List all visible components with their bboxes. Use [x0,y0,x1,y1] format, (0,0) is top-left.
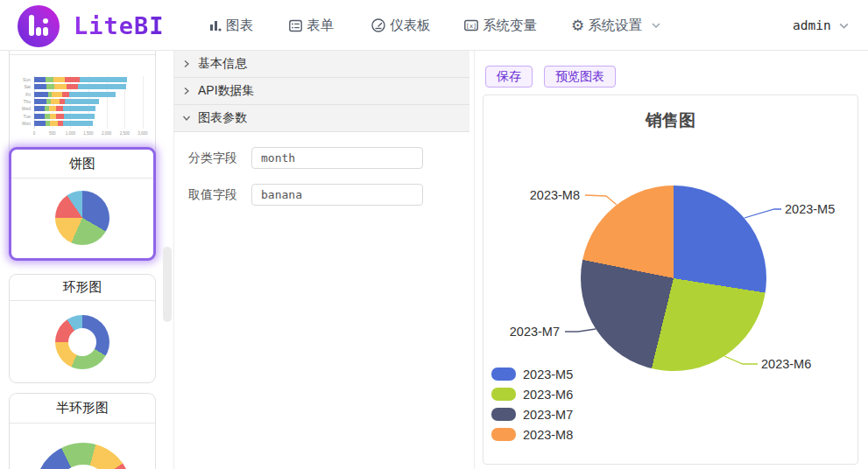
sidebar-scrollbar[interactable] [163,247,172,322]
pie-slice-label: 2023-M6 [761,357,811,371]
chevron-down-icon [182,114,191,122]
legend-swatch [491,368,516,381]
chart-type-sidebar: 05001,0001,5002,0002,5003,000SunSatFriTh… [0,51,174,469]
thumb-category-label: Mon [11,121,31,126]
logo-bar [29,15,34,36]
thumb-category-label: Sun [11,77,31,82]
category-field-input[interactable] [251,147,423,169]
app-logo-icon [18,5,60,47]
accordion-api-dataset[interactable]: API数据集 [174,78,469,105]
thumb-stacked-bar [34,84,126,89]
nav-label: 系统设置 [588,17,642,35]
thumb-bar-segment [49,106,56,111]
gear-icon: ⚙ [571,18,584,33]
logo-bar [43,27,48,36]
thumb-bar-segment [78,84,126,89]
connector-m8 [585,195,617,205]
legend-swatch [491,408,516,421]
field-row-category: 分类字段 [188,147,474,169]
chevron-down-icon [651,20,661,31]
field-label: 分类字段 [188,150,243,166]
thumb-bar-segment [50,121,58,126]
donut-thumbnail [55,315,109,369]
save-button[interactable]: 保存 [485,66,533,88]
sales-pie-chart[interactable] [581,186,766,371]
preview-chart-button[interactable]: 预览图表 [544,66,616,88]
nav-label: 系统变量 [483,17,537,35]
thumb-category-label: Wed [11,106,31,111]
nav-charts[interactable]: 图表 [208,0,253,51]
nav-label: 仪表板 [390,17,431,35]
variable-icon: [x] [463,18,479,33]
thumb-bar-segment [62,92,69,97]
app-window: LiteBI 图表 表单 仪表板 [0,0,868,469]
chart-preview-card: 销售图 2023-M5 2023-M6 2023-M7 2023-M8 2023… [483,94,858,465]
thumb-gridline [143,76,144,129]
thumb-bar-segment [34,84,46,89]
chart-type-card-half-donut[interactable]: 半环形图 [9,393,156,469]
nav-forms[interactable]: 表单 [288,0,334,51]
top-navbar: LiteBI 图表 表单 仪表板 [0,0,868,51]
nav-system-settings[interactable]: ⚙ 系统设置 [571,0,661,51]
preview-panel: 保存 预览图表 销售图 2023-M5 2023-M6 2023-M7 2023… [475,51,868,469]
thumb-stacked-bar [34,114,95,119]
thumb-category-label: Thu [11,99,31,104]
connector-m5 [745,209,781,218]
chevron-down-icon [838,20,850,32]
half-donut-thumbnail [35,443,131,469]
thumb-bar-segment [80,77,128,82]
connector-m6 [724,356,758,364]
thumb-bar-segment [50,114,57,119]
thumb-category-label: Tue [11,114,31,119]
thumb-bar-segment [54,84,67,89]
thumb-bar-segment [56,106,63,111]
thumb-bar-segment [63,121,93,126]
dashboard-gauge-icon [370,18,386,33]
pie-slice-label: 2023-M5 [785,202,835,216]
legend-item[interactable]: 2023-M8 [491,428,573,441]
nav-label: 表单 [307,17,334,35]
nav-system-variables[interactable]: [x] 系统变量 [463,0,537,51]
thumb-bar-segment [56,114,64,119]
thumb-bar-segment [34,92,48,97]
donut-hole [68,328,96,356]
thumb-category-label: Sat [11,84,31,89]
card-title: 半环形图 [10,394,155,424]
nav-dashboard[interactable]: 仪表板 [370,0,431,51]
field-row-value: 取值字段 [188,184,474,206]
accordion-label: 基本信息 [198,56,247,72]
thumb-bar-segment [34,106,45,111]
username: admin [793,18,831,32]
card-title: 环形图 [10,275,155,301]
accordion-basic-info[interactable]: 基本信息 [174,51,469,78]
pie-slice-label: 2023-M7 [510,325,560,339]
thumb-bar-segment [34,121,46,126]
chart-type-card-pie[interactable]: 饼图 [9,147,156,261]
thumb-bar-segment [67,84,79,89]
user-menu[interactable]: admin [793,0,850,51]
thumb-axis-tick: 3,000 [132,131,153,136]
thumb-bar-segment [34,99,46,104]
half-donut-hole [57,465,109,469]
chart-type-card-donut[interactable]: 环形图 [9,274,156,383]
chart-title: 销售图 [483,109,857,132]
thumb-stacked-bar [34,77,127,82]
accordion-label: 图表参数 [198,110,247,126]
legend-item[interactable]: 2023-M7 [491,408,573,421]
connector-m7 [565,329,596,332]
thumb-stacked-bar [34,121,93,126]
value-field-input[interactable] [251,184,423,206]
brand-title: LiteBI [74,0,165,51]
stacked-bar-thumbnail: 05001,0001,5002,0002,5003,000SunSatFriTh… [10,74,157,158]
chevron-right-icon [182,60,191,68]
chevron-right-icon [182,87,191,95]
legend-item[interactable]: 2023-M5 [491,368,573,381]
legend-item[interactable]: 2023-M6 [491,388,573,401]
accordion-chart-params[interactable]: 图表参数 [174,105,469,132]
preview-toolbar: 保存 预览图表 [485,66,616,88]
logo-dot [43,18,48,24]
field-label: 取值字段 [188,187,243,203]
thumb-bar-segment [34,77,46,82]
accordion-label: API数据集 [198,83,255,99]
card-title: 饼图 [11,150,153,178]
